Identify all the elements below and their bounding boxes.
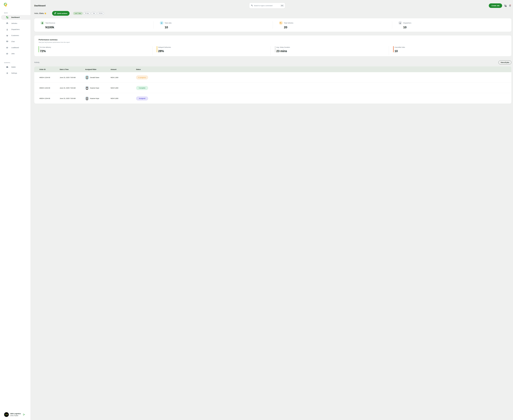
wave-emoji: 👋 [44,12,46,14]
cell-rider-name: Kwame Koye [90,87,99,89]
performance-summary-card: Performance summary View your key busine… [34,36,158,56]
column-header-status: Status [136,68,158,70]
rider-avatar [85,97,89,100]
greeting-text: Hello, Chris 👋 [34,12,46,15]
metric-value: 72% [40,49,157,53]
stat-total-jobs: Total Jobs 10 [153,21,158,29]
cell-datetime: June 23, 2025 7:00 AM [60,77,85,78]
sidebar-item-chat[interactable]: Chat [0,39,31,44]
table-header-row: Order ID Date & Time Assigned Rider Amou… [34,67,158,72]
sidebar-item-loadboard[interactable]: Loadboard [0,45,31,50]
sidebar-item-wallet[interactable]: Wallet [0,65,31,69]
cell-datetime: June 23, 2025 7:00 AM [60,98,85,99]
cell-order-id: #WDH-1234-00 [34,87,60,89]
metric-accent-bar [157,46,157,52]
column-header-assigned-rider: Assigned Rider [85,68,111,70]
stat-label: Total Revenue [45,22,55,24]
table-row[interactable]: #WDH-1234-00 June 23, 2025 7:00 AM Kwame… [34,93,158,104]
cell-amount: NGN 5,000 [111,87,136,89]
app-logo: G [4,2,31,8]
car-icon [6,22,8,25]
sidebar-item-settings[interactable]: Settings [0,71,31,75]
table-row[interactable]: #WDH-1234-00 June 23, 2025 7:00 AM Donal… [34,72,158,83]
greeting-hello: Hello, [34,12,39,14]
metric-label: On time delivery [40,46,157,48]
sidebar-item-label: Dashboard [11,16,20,18]
sidebar-item-label: Jobs [11,53,15,54]
sidebar-section-menu: MENU [4,12,31,14]
money-bag-icon [40,21,44,25]
filter-chip-last-7-days[interactable]: Last 7 days [73,12,83,15]
sidebar-item-vehicles[interactable]: Vehicles [0,21,31,26]
sidebar-item-label: Loadboard [11,47,19,48]
sidebar-item-label: Vehicles [11,22,17,24]
status-badge: Complete [136,86,148,90]
greeting-row: Hello, Chris 👋 Quick actions Last 7 days… [34,11,158,16]
stat-total-revenue: Total Revenue N100k [34,21,153,29]
status-badge: Assigned [136,96,148,100]
sidebar-section-general: GENERAL [4,62,31,63]
filter-chip-30-days[interactable]: 30 days [84,12,90,15]
gear-icon [6,72,8,74]
column-header-order-id: Order ID [34,68,60,70]
sidebar-item-jobs[interactable]: Jobs [0,51,31,56]
dashboard-grid-icon [6,16,8,19]
cell-order-id: #WDH-1234-00 [34,77,60,78]
sidebar-item-label: Settings [11,72,17,74]
rider-avatar [85,75,89,79]
filter-chip-all-time[interactable]: All time [97,12,104,15]
sidebar-item-label: Wallet [11,66,16,68]
filter-chip-year[interactable]: Year [91,12,96,15]
quick-actions-grid-icon [54,12,56,15]
sidebar-item-dispatchers[interactable]: Dispatchers [0,27,31,32]
cell-rider-name: Kwame Koye [90,98,99,99]
performance-subtitle: View your key business performance from … [38,42,158,43]
package-icon [6,46,8,49]
column-header-date-time: Date & Time [60,68,85,70]
page-title: Dashboard [34,4,46,7]
chat-bubble-icon [6,40,8,43]
cell-amount: NGN 5,000 [111,98,136,99]
activity-title: Activity [34,61,39,63]
quick-actions-button[interactable]: Quick actions [52,11,69,16]
sidebar-item-dashboard[interactable]: Dashboard [1,15,31,20]
sidebar-item-customers[interactable]: Customers [0,33,31,38]
sidebar-item-label: Customers [11,35,19,36]
person-icon [6,28,8,31]
quick-actions-label: Quick actions [57,13,67,14]
wallet-icon [6,66,8,68]
sidebar: G MENU Dashboard [0,0,31,112]
box-icon [6,52,8,55]
status-badge: In progress [136,75,148,79]
column-header-amount: Amount [111,68,136,70]
stats-card: Total Revenue N100k Total Jobs 10 [34,18,158,32]
people-icon [6,34,8,37]
greeting-name: Chris [39,12,44,14]
cell-datetime: June 23, 2025 7:00 AM [60,87,85,89]
sidebar-menu: Dashboard Vehicles Dispatchers [0,15,31,57]
activity-header-row: Activity View all jobs [34,60,158,64]
topbar: Dashboard ⌘K Create Job [34,3,158,8]
metric-delayed-deliveries: Delayed Deliveries 28% [157,46,158,53]
table-row[interactable]: #WDH-1234-00 June 23, 2025 7:00 AM Kwame… [34,83,158,93]
stat-value: N100k [45,26,153,29]
performance-title: Performance summary [38,39,158,41]
sidebar-general-menu: Wallet Settings [0,65,31,77]
metric-accent-bar [38,46,39,52]
cell-order-id: #WDH-1234-00 [34,98,60,99]
activity-table: Order ID Date & Time Assigned Rider Amou… [34,67,158,104]
sidebar-item-label: Dispatchers [11,29,20,30]
metric-on-time-delivery: On time delivery 72% [38,46,157,53]
rider-avatar [85,86,89,90]
date-filter-chips: Last 7 days 30 days Year All time [73,12,104,15]
cell-amount: NGN 2,000 [111,77,136,78]
app-logo-icon: G [4,2,8,8]
main-content: Dashboard ⌘K Create Job [31,0,158,112]
cell-rider-name: Donald Swee [90,77,99,78]
sidebar-item-label: Chat [11,41,15,42]
performance-metrics: On time delivery 72% Delayed Deliveries … [38,46,158,53]
